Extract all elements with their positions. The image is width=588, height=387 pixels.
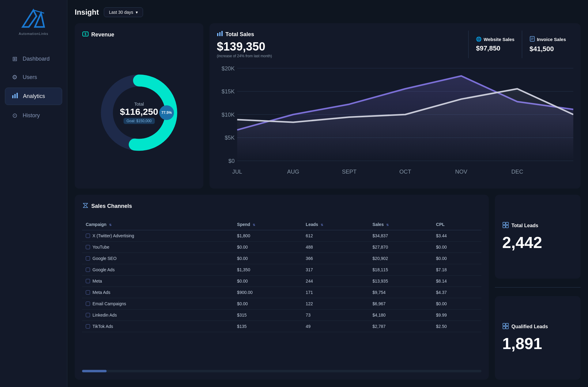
table-row[interactable]: Linkedin Ads $315 73 $4,180 $9.99 — [82, 310, 481, 321]
page-title: Insight — [75, 8, 99, 17]
table-row[interactable]: Email Campaigns $0.00 122 $6,967 $0.00 — [82, 298, 481, 310]
table-row[interactable]: Meta $0.00 244 $13,935 $8.14 — [82, 276, 481, 287]
cell-campaign: Google Ads — [82, 264, 233, 275]
donut-amount: $116,250 — [120, 107, 158, 117]
svg-rect-10 — [217, 33, 218, 36]
row-checkbox[interactable] — [86, 324, 90, 329]
svg-rect-4 — [14, 94, 16, 98]
total-leads-title: Total Leads — [502, 222, 573, 230]
dashboard-icon: ⊞ — [11, 55, 18, 62]
invoice-sales-stat: Invoice Sales $41,500 — [522, 31, 573, 58]
sidebar-item-label: Analytics — [23, 93, 45, 100]
cell-spend: $315 — [233, 310, 302, 321]
stats-divider — [495, 287, 581, 287]
row-checkbox[interactable] — [86, 290, 90, 295]
svg-text:DEC: DEC — [511, 168, 523, 175]
svg-rect-41 — [503, 326, 505, 329]
cell-sales: $27,870 — [369, 242, 432, 253]
sidebar-item-dashboard[interactable]: ⊞ Dashboard — [5, 51, 62, 67]
sidebar-item-users[interactable]: ⚙ Users — [5, 69, 62, 85]
total-sales-title: Total Sales — [225, 31, 254, 38]
total-leads-icon — [502, 222, 509, 230]
website-icon: 🌐 — [476, 36, 482, 42]
qualified-leads-title: Qualified Leads — [502, 323, 573, 331]
total-sales-card: Total Sales $139,350 (increase of 24% fr… — [209, 23, 581, 189]
cell-campaign: Meta Ads — [82, 287, 233, 298]
svg-marker-0 — [23, 10, 36, 27]
qualified-leads-icon — [502, 323, 509, 331]
cell-campaign: Email Campaigns — [82, 298, 233, 309]
revenue-icon: $ — [82, 31, 89, 39]
cell-spend: $0.00 — [233, 276, 302, 287]
col-cpl[interactable]: CPL — [432, 219, 481, 230]
sales-top: Total Sales $139,350 (increase of 24% fr… — [217, 31, 573, 58]
row-checkbox[interactable] — [86, 256, 90, 261]
cell-leads: 612 — [302, 230, 369, 242]
cell-spend: $0.00 — [233, 253, 302, 264]
sidebar-item-label: Users — [23, 74, 37, 81]
table-row[interactable]: Google SEO $0.00 366 $20,902 $0.00 — [82, 253, 481, 264]
revenue-title-text: Revenue — [91, 32, 114, 38]
cell-cpl: $9.99 — [432, 310, 481, 321]
cell-campaign: X (Twitter) Advertising — [82, 230, 233, 241]
cell-sales: $34,837 — [369, 230, 432, 242]
table-row[interactable]: Google Ads $1,350 317 $18,115 $7.18 — [82, 264, 481, 276]
svg-rect-38 — [506, 225, 508, 228]
svg-text:JUL: JUL — [232, 168, 242, 175]
table-container[interactable]: Campaign ⇅ Spend ⇅ Leads ⇅ Sales ⇅ CPL X… — [82, 219, 481, 367]
scrollbar-thumb[interactable] — [82, 370, 107, 372]
sidebar-item-label: Dashboard — [23, 56, 50, 62]
website-sales-stat: 🌐 Website Sales $97,850 — [468, 31, 522, 58]
invoice-icon — [530, 36, 535, 43]
table-row[interactable]: TikTok Ads $135 49 $2,787 $2.50 — [82, 321, 481, 332]
bottom-row: Sales Channels Campaign ⇅ Spend ⇅ Leads … — [75, 195, 581, 380]
svg-text:$15K: $15K — [222, 88, 235, 95]
svg-text:$0: $0 — [228, 158, 235, 164]
col-sales[interactable]: Sales ⇅ — [369, 219, 432, 230]
col-spend[interactable]: Spend ⇅ — [233, 219, 302, 230]
svg-rect-3 — [12, 95, 13, 98]
analytics-icon — [11, 92, 19, 100]
cell-spend: $1,350 — [233, 264, 302, 276]
row-checkbox[interactable] — [86, 245, 90, 249]
right-stats: Total Leads 2,442 Qualified Leads — [495, 195, 581, 380]
cell-spend: $0.00 — [233, 298, 302, 310]
cell-sales: $9,754 — [369, 287, 432, 298]
cell-campaign: Linkedin Ads — [82, 310, 233, 321]
row-checkbox[interactable] — [86, 268, 90, 272]
nav-items: ⊞ Dashboard ⚙ Users Analytics ⊙ History — [0, 51, 67, 123]
invoice-sales-value: $41,500 — [530, 45, 566, 53]
row-checkbox[interactable] — [86, 279, 90, 283]
svg-text:OCT: OCT — [399, 168, 411, 175]
svg-text:AUG: AUG — [287, 168, 300, 175]
website-sales-title: 🌐 Website Sales — [476, 36, 514, 42]
users-icon: ⚙ — [11, 73, 18, 81]
table-row[interactable]: X (Twitter) Advertising $1,800 612 $34,8… — [82, 230, 481, 242]
table-row[interactable]: Meta Ads $900.00 171 $9,754 $4.37 — [82, 287, 481, 298]
channels-title-text: Sales Channels — [91, 203, 132, 209]
sidebar-item-history[interactable]: ⊙ History — [5, 107, 62, 123]
sidebar-item-label: History — [23, 112, 40, 119]
cell-sales: $6,967 — [369, 298, 432, 310]
cell-spend: $1,800 — [233, 230, 302, 242]
sales-main-stat: Total Sales $139,350 (increase of 24% fr… — [217, 31, 468, 58]
col-campaign[interactable]: Campaign ⇅ — [82, 219, 233, 230]
pct-badge: 77.5% — [159, 105, 174, 120]
horizontal-scrollbar[interactable] — [82, 370, 481, 372]
date-filter-button[interactable]: Last 30 days ▾ — [104, 7, 143, 17]
sidebar-item-analytics[interactable]: Analytics — [5, 88, 62, 105]
cell-leads: 366 — [302, 253, 369, 264]
qualified-leads-value: 1,891 — [502, 334, 573, 353]
row-checkbox[interactable] — [86, 302, 90, 306]
cell-spend: $135 — [233, 321, 302, 332]
sales-channels-card: Sales Channels Campaign ⇅ Spend ⇅ Leads … — [75, 195, 489, 380]
col-leads[interactable]: Leads ⇅ — [302, 219, 369, 230]
row-checkbox[interactable] — [86, 313, 90, 317]
table-row[interactable]: YouTube $0.00 488 $27,870 $0.00 — [82, 242, 481, 253]
logo-area: AutomationLinks — [19, 6, 48, 36]
sales-note: (increase of 24% from last month) — [217, 54, 468, 58]
cell-campaign: Meta — [82, 276, 233, 287]
row-checkbox[interactable] — [86, 234, 90, 238]
date-filter-label: Last 30 days — [109, 10, 133, 15]
donut-container: Total $116,250 Goal: $150,000 77.5% — [82, 44, 196, 181]
